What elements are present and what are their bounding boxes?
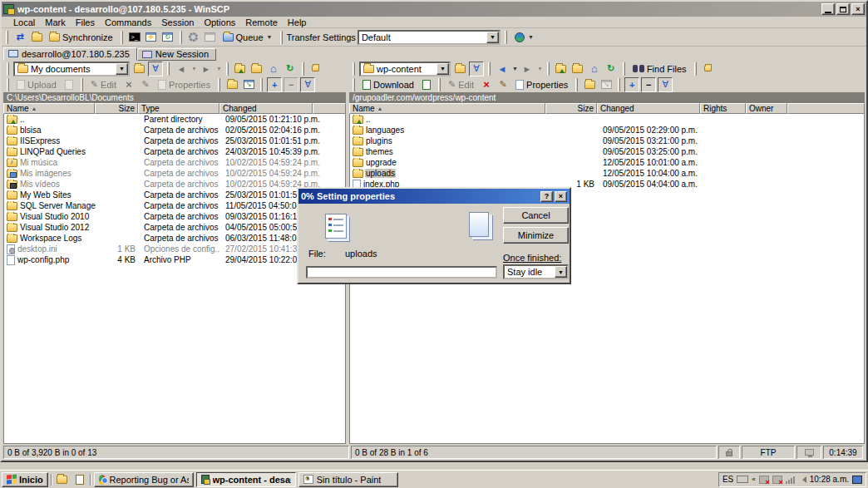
chevron-down-icon[interactable]: ▼ [555,266,567,278]
table-row[interactable]: IISExpressCarpeta de archivos25/03/2015 … [4,136,345,146]
lock-panel[interactable] [718,446,740,459]
quicklaunch-notepad-icon[interactable] [72,472,87,487]
signal-icon[interactable] [786,476,796,484]
toolbar-grip[interactable] [353,78,355,91]
toolbar-grip[interactable] [438,78,441,91]
menu-files[interactable]: Files [71,17,100,27]
table-row[interactable]: Mis vídeosCarpeta de archivos10/02/2015 … [4,179,345,190]
table-row[interactable]: desktop.ini1 KBOpciones de config...27/0… [4,244,345,254]
download-button[interactable]: Download [359,76,417,93]
column-header-rights[interactable]: Rights [700,103,746,114]
quicklaunch-folder-icon[interactable] [55,472,70,487]
chevron-down-icon[interactable]: ▼ [116,63,128,75]
rename-icon[interactable]: ✎ [496,77,510,92]
toolbar-grip[interactable] [623,62,625,76]
unselect-icon[interactable]: − [284,77,298,92]
rename-icon[interactable]: ✎ [138,77,153,92]
toolbar-grip[interactable] [547,62,550,76]
refresh-icon[interactable]: ↻ [604,62,619,76]
select-icon[interactable]: + [624,77,639,92]
filter-icon[interactable]: ∀ [469,62,484,76]
new-folder-icon[interactable] [224,77,239,92]
cancel-button[interactable]: Cancel [503,207,569,224]
toolbar-grip[interactable] [180,31,182,44]
preferences-gear-icon[interactable] [186,30,201,45]
delete-icon[interactable]: × [121,77,136,92]
table-row[interactable]: languages09/05/2015 02:29:00 p.m. [350,125,864,136]
filter-icon[interactable]: ∀ [148,62,163,76]
synchronize-browsing-icon[interactable] [29,30,44,45]
open-directory-icon[interactable] [452,62,467,76]
update-error-icon[interactable] [772,476,782,484]
toolbar-grip[interactable] [260,78,263,91]
table-row[interactable]: Visual Studio 2010Carpeta de archivos09/… [4,211,345,222]
back-history-icon[interactable]: ▼ [512,66,518,71]
toolbar-grip[interactable] [167,62,170,76]
compare-directories-icon[interactable]: ⇄ [12,30,27,45]
tree-icon[interactable] [701,62,716,76]
toolbar-grip[interactable] [488,62,491,76]
local-directory-dropdown[interactable]: My documents ▼ [13,62,130,76]
restore-button[interactable] [836,3,850,15]
chevron-down-icon[interactable]: ▼ [436,63,449,75]
toolbar-grip[interactable] [7,62,9,76]
forward-history-icon[interactable]: ▼ [216,66,222,71]
language-indicator[interactable]: ES [723,475,733,484]
menu-session[interactable]: Session [156,17,199,27]
toolbar-grip[interactable] [121,31,123,44]
properties-button[interactable]: Properties [512,76,571,93]
select-filter-icon[interactable]: ∀ [300,77,315,92]
column-header-changed[interactable]: Changed [597,103,700,114]
forward-icon[interactable]: ► [199,62,214,76]
minimize-button[interactable] [821,3,835,15]
toolbar-grip[interactable] [280,31,283,44]
refresh-icon[interactable]: ↻ [283,62,298,76]
column-header-type[interactable]: Type [138,103,219,114]
root-directory-icon[interactable] [249,62,264,76]
menu-commands[interactable]: Commands [100,17,156,27]
table-row[interactable]: LINQPad QueriesCarpeta de archivos24/03/… [4,146,345,157]
remote-directory-dropdown[interactable]: wp-content ▼ [359,62,451,76]
parent-directory-icon[interactable] [233,62,248,76]
goto-icon[interactable]: ↘ [241,77,256,92]
column-header-name[interactable]: Name ▲ [349,103,545,114]
toolbar-grip[interactable] [7,78,9,91]
forward-icon[interactable]: ► [520,62,535,76]
hidden-icons-chevron[interactable]: « [752,476,755,483]
task-winscp[interactable]: wp-content - desarrol... [196,472,296,487]
toolbar-grip[interactable] [226,62,229,76]
table-row[interactable]: Workspace LogsCarpeta de archivos06/03/2… [4,233,345,244]
keyboard-icon[interactable] [737,476,748,483]
toolbar-grip[interactable] [218,78,220,91]
toolbar-grip[interactable] [302,62,304,76]
edit-button[interactable]: ✎ Edit [445,76,477,93]
new-folder-icon[interactable] [582,77,597,92]
column-header-owner[interactable]: Owner [746,103,787,114]
network-error-icon[interactable] [759,476,769,484]
home-icon[interactable]: ⌂ [587,62,602,76]
column-header-size[interactable]: Size [545,103,597,114]
table-row[interactable]: Mi músicaCarpeta de archivos10/02/2015 0… [4,157,345,168]
edit-button[interactable]: ✎ Edit [87,76,120,93]
minimize-button[interactable]: Minimize [503,227,569,244]
back-history-icon[interactable]: ▼ [191,66,197,71]
close-button[interactable]: × [851,3,865,15]
select-filter-icon[interactable]: ∀ [658,77,673,92]
parent-directory-icon[interactable] [554,62,569,76]
connection-panel[interactable] [796,446,821,459]
clock[interactable]: 10:28 a.m. [810,475,849,484]
dialog-title-bar[interactable]: 0% Setting properties ? × [298,189,570,204]
table-row[interactable]: .. [350,114,864,125]
putty-icon[interactable]: ⚡ [144,30,159,45]
volume-icon[interactable] [799,476,806,483]
title-bar[interactable]: wp-content - desarrollo@107.180.5.235 - … [2,2,866,17]
unselect-icon[interactable]: − [641,77,656,92]
explore-icon[interactable]: ↻ [160,30,175,45]
back-icon[interactable]: ◄ [174,62,189,76]
toolbar-grip[interactable] [505,31,507,44]
back-icon[interactable]: ◄ [495,62,510,76]
table-row[interactable]: uploads12/05/2015 10:04:00 a.m. [350,168,864,179]
menu-help[interactable]: Help [283,17,312,27]
open-directory-icon[interactable] [131,62,146,76]
column-header-size[interactable]: Size [95,103,138,114]
